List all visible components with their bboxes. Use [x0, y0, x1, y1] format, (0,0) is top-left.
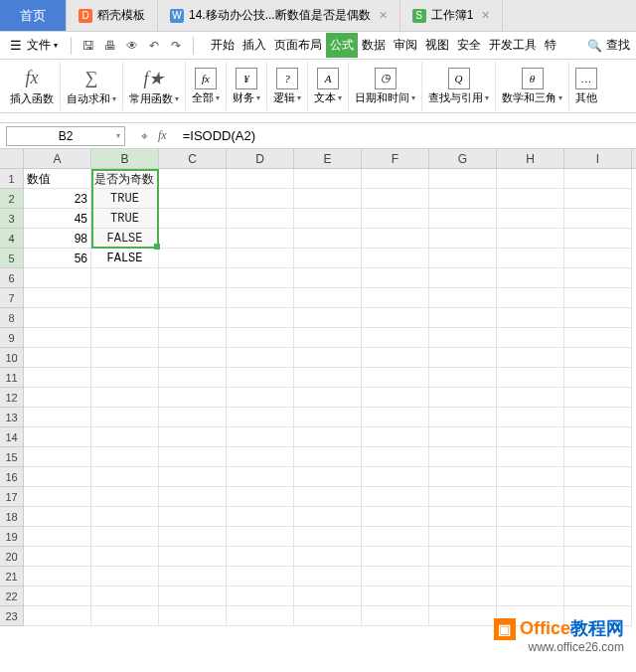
- col-header-b[interactable]: B: [91, 149, 159, 168]
- ribbon-autosum[interactable]: ∑ 自动求和: [61, 62, 123, 110]
- cell[interactable]: [294, 288, 362, 308]
- cell[interactable]: [227, 507, 294, 527]
- cell[interactable]: [294, 447, 362, 467]
- cell[interactable]: [497, 427, 564, 447]
- cell[interactable]: [227, 487, 294, 507]
- ribbon-math[interactable]: θ 数学和三角: [496, 62, 569, 110]
- cell[interactable]: [159, 169, 227, 189]
- cell[interactable]: [564, 268, 632, 288]
- row-header[interactable]: 19: [0, 527, 24, 547]
- cell[interactable]: [362, 388, 429, 408]
- cell[interactable]: [564, 447, 632, 467]
- save-icon[interactable]: 🖫: [80, 38, 96, 54]
- cell[interactable]: [362, 527, 429, 547]
- cell[interactable]: 45: [24, 209, 91, 229]
- redo-icon[interactable]: ↷: [168, 38, 184, 54]
- menu-tab-formula[interactable]: 公式: [326, 33, 358, 58]
- cell[interactable]: [564, 348, 632, 368]
- cell[interactable]: [294, 507, 362, 527]
- cell[interactable]: [227, 587, 294, 606]
- row-header[interactable]: 2: [0, 189, 24, 209]
- cell[interactable]: [159, 268, 227, 288]
- cell[interactable]: [294, 408, 362, 427]
- row-header[interactable]: 15: [0, 447, 24, 467]
- cell[interactable]: [429, 308, 497, 328]
- col-header-h[interactable]: H: [497, 149, 564, 168]
- cell[interactable]: [362, 567, 429, 587]
- cell[interactable]: 98: [24, 229, 91, 249]
- cell[interactable]: 23: [24, 189, 91, 209]
- cell[interactable]: TRUE: [91, 209, 159, 229]
- cell[interactable]: [91, 487, 159, 507]
- col-header-c[interactable]: C: [159, 149, 227, 168]
- menu-tab-start[interactable]: 开始: [207, 33, 238, 58]
- cell[interactable]: [497, 487, 564, 507]
- cell[interactable]: [91, 547, 159, 567]
- cell[interactable]: [497, 507, 564, 527]
- cell[interactable]: [362, 427, 429, 447]
- row-header[interactable]: 9: [0, 328, 24, 348]
- cell[interactable]: [429, 447, 497, 467]
- cell[interactable]: [362, 507, 429, 527]
- menu-tab-extra[interactable]: 特: [541, 33, 560, 58]
- cell[interactable]: [227, 606, 294, 626]
- cell[interactable]: [24, 467, 91, 487]
- cell[interactable]: [159, 189, 227, 209]
- cell[interactable]: [294, 527, 362, 547]
- cell[interactable]: [294, 606, 362, 626]
- cell[interactable]: [429, 249, 497, 268]
- menu-tab-dev[interactable]: 开发工具: [485, 33, 541, 58]
- cell[interactable]: [564, 368, 632, 388]
- cell[interactable]: [24, 288, 91, 308]
- cell[interactable]: [497, 567, 564, 587]
- undo-icon[interactable]: ↶: [146, 38, 162, 54]
- tab-workbook[interactable]: S 工作簿1 ✕: [400, 0, 504, 31]
- cell[interactable]: [497, 328, 564, 348]
- cell[interactable]: [159, 587, 227, 606]
- row-header[interactable]: 22: [0, 587, 24, 606]
- cell[interactable]: [429, 487, 497, 507]
- cell[interactable]: [429, 348, 497, 368]
- cell[interactable]: [564, 527, 632, 547]
- menu-tab-layout[interactable]: 页面布局: [270, 33, 326, 58]
- cell[interactable]: [497, 348, 564, 368]
- row-header[interactable]: 11: [0, 368, 24, 388]
- cell[interactable]: [497, 587, 564, 606]
- cell[interactable]: [429, 288, 497, 308]
- cell[interactable]: [227, 547, 294, 567]
- cell[interactable]: [294, 308, 362, 328]
- cell[interactable]: TRUE: [91, 189, 159, 209]
- cell[interactable]: [429, 189, 497, 209]
- cell[interactable]: [362, 209, 429, 229]
- cell[interactable]: [159, 348, 227, 368]
- cell[interactable]: [497, 388, 564, 408]
- cell[interactable]: [497, 408, 564, 427]
- cell[interactable]: [564, 249, 632, 268]
- cell[interactable]: [24, 447, 91, 467]
- cell[interactable]: [294, 268, 362, 288]
- cell[interactable]: [24, 348, 91, 368]
- cell[interactable]: [362, 467, 429, 487]
- cell[interactable]: [362, 368, 429, 388]
- row-header[interactable]: 5: [0, 249, 24, 268]
- col-header-a[interactable]: A: [24, 149, 91, 168]
- cell[interactable]: [497, 547, 564, 567]
- close-icon[interactable]: ✕: [481, 9, 490, 22]
- cell[interactable]: [24, 487, 91, 507]
- cell[interactable]: [362, 328, 429, 348]
- row-header[interactable]: 21: [0, 567, 24, 587]
- menu-tab-view[interactable]: 视图: [421, 33, 453, 58]
- cell[interactable]: [159, 467, 227, 487]
- tab-document[interactable]: W 14.移动办公技...断数值是否是偶数 ✕: [158, 0, 400, 31]
- cell[interactable]: [91, 288, 159, 308]
- cell[interactable]: [362, 447, 429, 467]
- cell[interactable]: [564, 229, 632, 249]
- ribbon-common[interactable]: f★ 常用函数: [123, 62, 186, 110]
- cell[interactable]: [91, 587, 159, 606]
- cell[interactable]: [91, 268, 159, 288]
- cell[interactable]: 56: [24, 249, 91, 268]
- cell[interactable]: [159, 507, 227, 527]
- cell[interactable]: [91, 427, 159, 447]
- cell[interactable]: [159, 249, 227, 268]
- cell[interactable]: [564, 507, 632, 527]
